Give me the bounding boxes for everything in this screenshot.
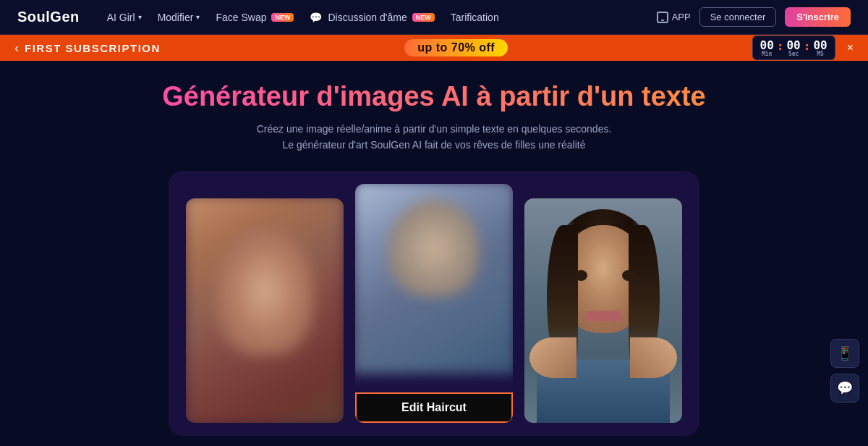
time-separator-2: : bbox=[804, 39, 811, 53]
logo[interactable]: SoulGen bbox=[17, 9, 80, 25]
nav-item-ai-girl[interactable]: AI Girl ▾ bbox=[107, 12, 142, 23]
nav-item-tarification[interactable]: Tarification bbox=[451, 12, 499, 23]
card-center: Edit Haircut bbox=[355, 184, 513, 423]
side-app-icon: 📱 bbox=[837, 345, 853, 361]
hours-label: Min bbox=[762, 51, 772, 57]
new-badge: NEW bbox=[271, 13, 294, 22]
chevron-down-icon: ▾ bbox=[196, 13, 200, 21]
app-button[interactable]: APP bbox=[657, 12, 691, 23]
nav-item-modifier[interactable]: Modifier ▾ bbox=[158, 12, 200, 23]
banner-center: up to 70% off bbox=[404, 39, 508, 56]
phone-icon bbox=[657, 12, 668, 23]
banner-right: 00 Min : 00 Sec : 00 MS × bbox=[752, 35, 854, 60]
main-content: Générateur d'images AI à partir d'un tex… bbox=[0, 61, 868, 446]
side-chat-icon: 💬 bbox=[837, 380, 853, 396]
hero-headline: Générateur d'images AI à partir d'un tex… bbox=[162, 81, 706, 112]
navbar: SoulGen AI Girl ▾ Modifier ▾ Face Swap N… bbox=[0, 0, 868, 35]
banner-title: FIRST SUBSCRIPTION bbox=[25, 42, 161, 54]
nav-item-discussion[interactable]: 💬 Discussion d'âme NEW bbox=[310, 12, 434, 23]
subtext-line-2: Le générateur d'art SoulGen AI fait de v… bbox=[257, 137, 612, 153]
minutes-unit: 00 Sec bbox=[786, 38, 800, 57]
card-center-label: Edit Haircut bbox=[355, 392, 513, 423]
card-right bbox=[524, 198, 682, 423]
new-badge-2: NEW bbox=[412, 13, 435, 22]
banner-left: ‹ FIRST SUBSCRIPTION bbox=[14, 41, 161, 56]
countdown-display: 00 Min : 00 Sec : 00 MS bbox=[752, 35, 835, 60]
countdown-timer: 00 Min : 00 Sec : 00 MS bbox=[752, 35, 835, 60]
side-app-button[interactable]: 📱 bbox=[830, 339, 859, 368]
seconds-label: MS bbox=[817, 51, 824, 57]
minutes-label: Sec bbox=[788, 51, 799, 57]
hours-unit: 00 Min bbox=[760, 38, 774, 57]
nav-right: APP Se connecter S'inscrire bbox=[657, 7, 851, 27]
side-chat-button[interactable]: 💬 bbox=[830, 374, 859, 403]
subtext-line-1: Créez une image réelle/anime à partir d'… bbox=[257, 121, 612, 137]
seconds-unit: 00 MS bbox=[813, 38, 827, 57]
chevron-down-icon: ▾ bbox=[138, 13, 142, 21]
cards-container: Edit Haircut bbox=[169, 171, 699, 436]
login-button[interactable]: Se connecter bbox=[699, 7, 777, 27]
discount-badge: up to 70% off bbox=[404, 39, 508, 56]
banner-prev-arrow[interactable]: ‹ bbox=[14, 41, 19, 56]
hero-subtext: Créez une image réelle/anime à partir d'… bbox=[257, 121, 612, 153]
nav-links: AI Girl ▾ Modifier ▾ Face Swap NEW 💬 Dis… bbox=[107, 12, 637, 23]
side-buttons: 📱 💬 bbox=[830, 339, 859, 403]
time-separator-1: : bbox=[777, 39, 784, 53]
card-left bbox=[186, 198, 344, 423]
nav-item-face-swap[interactable]: Face Swap NEW bbox=[216, 12, 294, 23]
banner-close-button[interactable]: × bbox=[847, 41, 854, 54]
promo-banner: ‹ FIRST SUBSCRIPTION up to 70% off 00 Mi… bbox=[0, 35, 868, 61]
signup-button[interactable]: S'inscrire bbox=[785, 7, 851, 27]
